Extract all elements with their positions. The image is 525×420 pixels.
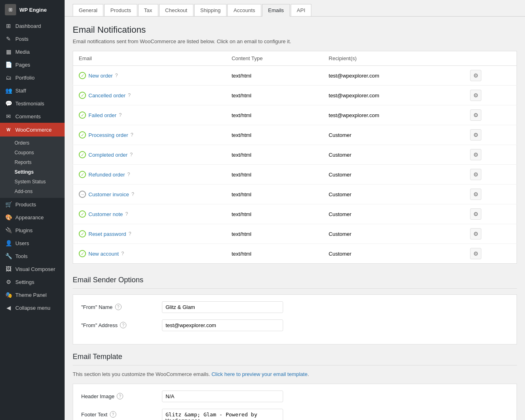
sidebar-item-appearance[interactable]: 🎨 Appearance — [0, 211, 65, 224]
from-name-field — [162, 301, 508, 313]
sidebar-item-comments[interactable]: ✉ Comments — [0, 110, 65, 123]
sidebar-item-products[interactable]: 🛒 Products — [0, 198, 65, 211]
col-content-type: Content Type — [226, 51, 323, 66]
sidebar-item-portfolio[interactable]: 🗂 Portfolio — [0, 71, 65, 84]
sidebar-item-settings[interactable]: ⚙ Settings — [0, 275, 65, 288]
from-address-label: "From" Address ? — [81, 319, 162, 328]
content-type-cell: text/html — [226, 66, 323, 86]
sidebar-item-label: Products — [15, 202, 36, 208]
sidebar-logo[interactable]: ⊞ WP Engine — [0, 0, 65, 19]
sidebar-item-staff[interactable]: 👥 Staff — [0, 84, 65, 97]
sidebar-item-label: WooCommerce — [15, 127, 52, 133]
settings-gear-button[interactable]: ⚙ — [470, 189, 481, 200]
email-name-link[interactable]: New account — [88, 251, 119, 257]
footer-text-help-icon[interactable]: ? — [110, 411, 116, 418]
email-name-link[interactable]: Customer note — [88, 211, 123, 217]
settings-gear-button[interactable]: ⚙ — [470, 228, 481, 239]
content-type-cell: text/html — [226, 244, 323, 264]
table-row: ✓ Cancelled order ? text/html test@wpexp… — [73, 86, 517, 105]
settings-gear-button[interactable]: ⚙ — [470, 149, 481, 160]
settings-gear-button[interactable]: ⚙ — [470, 90, 481, 101]
sidebar-item-label: Users — [15, 240, 29, 246]
sidebar-item-theme-panel[interactable]: 🎭 Theme Panel — [0, 288, 65, 301]
email-template-title: Email Template — [73, 353, 517, 365]
tab-general[interactable]: General — [73, 4, 103, 16]
sidebar-sub-coupons[interactable]: Coupons — [0, 148, 65, 158]
woocommerce-submenu: Orders Coupons Reports Settings System S… — [0, 136, 65, 198]
sidebar-item-pages[interactable]: 📄 Pages — [0, 58, 65, 71]
email-name-link[interactable]: Refunded order — [88, 172, 125, 178]
settings-gear-button[interactable]: ⚙ — [470, 109, 481, 121]
sidebar-sub-system-status[interactable]: System Status — [0, 177, 65, 187]
tab-shipping[interactable]: Shipping — [194, 4, 227, 16]
email-name-link[interactable]: Completed order — [88, 152, 128, 158]
sidebar-item-users[interactable]: 👤 Users — [0, 237, 65, 250]
email-name-link[interactable]: Reset password — [88, 231, 126, 237]
from-address-field — [162, 319, 508, 331]
email-name-link[interactable]: Failed order — [88, 112, 116, 118]
actions-cell: ⚙ — [464, 125, 517, 145]
content-type-cell: text/html — [226, 105, 323, 125]
recipient-cell: Customer — [323, 145, 464, 165]
actions-cell: ⚙ — [464, 204, 517, 224]
sidebar-item-plugins[interactable]: 🔌 Plugins — [0, 224, 65, 237]
email-name-cell: ✓ Customer note ? — [73, 204, 226, 224]
email-name-link[interactable]: New order — [88, 73, 113, 79]
users-icon: 👤 — [5, 240, 12, 246]
sidebar-item-label: Staff — [15, 88, 26, 94]
products-icon: 🛒 — [5, 201, 12, 208]
sidebar-item-woocommerce[interactable]: W WooCommerce — [0, 123, 65, 136]
sidebar-item-collapse[interactable]: ◀ Collapse menu — [0, 301, 65, 314]
email-notifications-title: Email Notifications — [73, 25, 517, 35]
question-icon: ? — [127, 172, 130, 177]
from-address-help-icon[interactable]: ? — [120, 322, 126, 328]
sidebar-sub-orders[interactable]: Orders — [0, 138, 65, 148]
content-type-cell: text/html — [226, 204, 323, 224]
email-name-link[interactable]: Customer invoice — [88, 191, 129, 197]
from-address-input[interactable] — [162, 319, 283, 331]
header-image-help-icon[interactable]: ? — [117, 393, 123, 399]
settings-gear-button[interactable]: ⚙ — [470, 208, 481, 220]
table-row: ✓ Customer note ? text/html Customer ⚙ — [73, 204, 517, 224]
table-row: ✓ Refunded order ? text/html Customer ⚙ — [73, 165, 517, 185]
tab-api[interactable]: API — [291, 4, 311, 16]
tab-checkout[interactable]: Checkout — [159, 4, 193, 16]
tab-accounts[interactable]: Accounts — [227, 4, 261, 16]
sidebar-sub-settings[interactable]: Settings — [0, 167, 65, 177]
sidebar-sub-add-ons[interactable]: Add-ons — [0, 187, 65, 196]
settings-gear-button[interactable]: ⚙ — [470, 169, 481, 180]
recipient-cell: test@wpexplorer.com — [323, 66, 464, 86]
email-name-link[interactable]: Processing order — [88, 132, 128, 138]
comments-icon: ✉ — [5, 113, 12, 120]
email-name-cell: ✓ Processing order ? — [73, 125, 226, 145]
sidebar-item-dashboard[interactable]: ⊞ Dashboard — [0, 19, 65, 32]
sidebar-item-label: Pages — [15, 62, 30, 68]
footer-text-textarea[interactable]: Glitz &amp; Glam - Powered by WooCommerc… — [162, 409, 283, 420]
recipient-cell: test@wpexplorer.com — [323, 105, 464, 125]
from-name-input[interactable] — [162, 301, 283, 313]
content-type-cell: text/html — [226, 224, 323, 244]
sidebar-item-tools[interactable]: 🔧 Tools — [0, 250, 65, 262]
sidebar-sub-reports[interactable]: Reports — [0, 158, 65, 167]
settings-gear-button[interactable]: ⚙ — [470, 129, 481, 141]
sidebar-item-label: Settings — [15, 279, 34, 285]
footer-text-row: Footer Text ? Glitz &amp; Glam - Powered… — [81, 409, 508, 420]
sidebar-item-media[interactable]: ▦ Media — [0, 45, 65, 58]
sidebar-item-visual-composer[interactable]: 🖼 Visual Composer — [0, 262, 65, 275]
tab-emails[interactable]: Emails — [262, 4, 290, 17]
email-name-cell: → Customer invoice ? — [73, 185, 226, 204]
sidebar-item-testimonials[interactable]: 💬 Testimonials — [0, 97, 65, 110]
tab-tax[interactable]: Tax — [138, 4, 158, 16]
email-name-link[interactable]: Cancelled order — [88, 92, 126, 99]
plugins-icon: 🔌 — [5, 227, 12, 233]
preview-template-link[interactable]: Click here to preview your email templat… — [212, 371, 308, 377]
header-image-row: Header Image ? — [81, 391, 508, 402]
from-name-help-icon[interactable]: ? — [115, 304, 122, 310]
sidebar-item-posts[interactable]: ✎ Posts — [0, 32, 65, 45]
settings-gear-button[interactable]: ⚙ — [470, 70, 481, 81]
tab-products[interactable]: Products — [104, 4, 137, 16]
settings-gear-button[interactable]: ⚙ — [470, 248, 481, 259]
media-icon: ▦ — [5, 48, 12, 55]
sidebar-item-label: Tools — [15, 253, 27, 259]
header-image-input[interactable] — [162, 391, 283, 402]
